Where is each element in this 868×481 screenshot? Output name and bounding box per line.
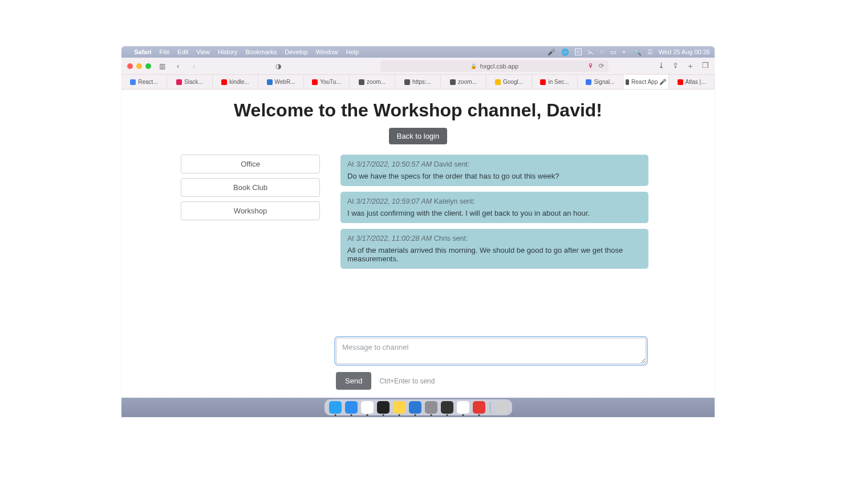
favicon-icon xyxy=(404,79,410,85)
channel-button[interactable]: Book Club xyxy=(181,178,320,197)
tab-item[interactable]: https:... xyxy=(395,75,441,89)
dock-app-safari[interactable] xyxy=(345,401,358,414)
menu-bookmarks[interactable]: Bookmarks xyxy=(245,48,277,55)
message-card: At 3/17/2022, 10:50:57 AM David sent:Do … xyxy=(340,155,648,186)
menubar-clock[interactable]: Wed 25 Aug 00:26 xyxy=(659,48,710,55)
spotlight-icon[interactable]: 🔍 xyxy=(634,48,642,56)
share-icon[interactable]: ⇪ xyxy=(672,61,679,71)
dock xyxy=(325,399,512,415)
menu-file[interactable]: File xyxy=(160,48,170,55)
menu-develop[interactable]: Develop xyxy=(285,48,307,55)
menu-edit[interactable]: Edit xyxy=(177,48,188,55)
tab-item[interactable]: kindle... xyxy=(213,75,258,89)
tab-item[interactable]: React... xyxy=(121,75,167,89)
zoom-window-button[interactable] xyxy=(145,63,151,69)
channel-button[interactable]: Workshop xyxy=(181,201,320,220)
address-text: hxgcl.csb.app xyxy=(480,63,518,70)
menubar-app-name[interactable]: Safari xyxy=(134,48,152,55)
tab-item[interactable]: YouTu... xyxy=(304,75,350,89)
page-content: Welcome to the Workshop channel, David! … xyxy=(121,90,715,398)
dock-app-settings[interactable] xyxy=(425,401,437,414)
message-meta: At 3/17/2022, 10:59:07 AM Katelyn sent: xyxy=(347,197,642,205)
tab-item[interactable]: WebR... xyxy=(258,75,304,89)
channel-button[interactable]: Office xyxy=(181,155,320,173)
tab-mic-icon[interactable]: 🎙 xyxy=(588,63,594,69)
reload-icon[interactable]: ⟳ xyxy=(599,62,604,70)
control-center-icon[interactable]: ☰ xyxy=(647,48,653,56)
message-input[interactable] xyxy=(336,338,646,364)
close-window-button[interactable] xyxy=(127,63,133,69)
message-meta: At 3/17/2022, 11:00:28 AM Chris sent: xyxy=(347,235,642,242)
compose-area: Send Ctrl+Enter to send xyxy=(336,338,646,390)
forward-nav-button[interactable]: › xyxy=(189,61,199,71)
new-tab-icon[interactable]: ＋ xyxy=(687,61,694,71)
menu-help[interactable]: Help xyxy=(346,48,359,55)
minimize-window-button[interactable] xyxy=(136,63,142,69)
dock-app-vscode[interactable] xyxy=(409,401,421,414)
globe-menu-icon[interactable]: 🌐 xyxy=(561,48,569,56)
favicon-icon xyxy=(312,79,318,85)
dock-app-finder[interactable] xyxy=(329,401,342,414)
menu-window[interactable]: Window xyxy=(316,48,338,55)
page-title: Welcome to the Workshop channel, David! xyxy=(121,100,715,121)
downloads-icon[interactable]: ⤓ xyxy=(658,61,664,71)
tab-label: zoom... xyxy=(458,79,477,85)
message-list: At 3/17/2022, 10:50:57 AM David sent:Do … xyxy=(340,155,648,269)
wifi-menu-icon[interactable]: ᯤ xyxy=(622,48,628,55)
favicon-icon xyxy=(540,79,546,85)
send-button[interactable]: Send xyxy=(336,372,371,390)
tab-label: React App 🎤 xyxy=(631,79,666,85)
tab-item[interactable]: Signal... xyxy=(578,75,623,89)
tab-item[interactable]: in Sec... xyxy=(532,75,578,89)
back-nav-button[interactable]: ‹ xyxy=(173,61,183,71)
channel-list: OfficeBook ClubWorkshop xyxy=(181,155,320,220)
tab-item[interactable]: Slack... xyxy=(167,75,213,89)
message-sender: Katelyn sent: xyxy=(432,197,475,205)
macos-menubar: Safari File Edit View History Bookmarks … xyxy=(121,46,715,58)
privacy-shield-icon[interactable]: ◑ xyxy=(273,61,283,71)
safari-toolbar: ▥ ‹ › ◑ 🔒 hxgcl.csb.app 🎙 ⟳ ⤓ ⇪ ＋ ❐ xyxy=(121,58,715,75)
favicon-icon xyxy=(130,79,136,85)
dock-separator xyxy=(490,402,490,413)
favicon-icon xyxy=(586,79,591,85)
tab-item[interactable]: zoom... xyxy=(441,75,486,89)
display-menu-icon[interactable]: ⁙ xyxy=(599,48,605,56)
message-body: All of the materials arrived this mornin… xyxy=(347,246,642,263)
menu-history[interactable]: History xyxy=(218,48,237,55)
message-card: At 3/17/2022, 10:59:07 AM Katelyn sent:I… xyxy=(340,192,648,223)
tab-item[interactable]: Googl... xyxy=(486,75,532,89)
favicon-icon xyxy=(626,79,629,85)
message-timestamp: 3/17/2022, 10:50:57 AM xyxy=(356,160,432,168)
tab-label: Slack... xyxy=(184,79,203,85)
tab-label: YouTu... xyxy=(320,79,341,85)
dock-app-notes[interactable] xyxy=(393,401,405,414)
dock-app-textedit[interactable] xyxy=(457,401,469,414)
menu-view[interactable]: View xyxy=(196,48,210,55)
address-bar[interactable]: 🔒 hxgcl.csb.app 🎙 ⟳ xyxy=(380,60,609,72)
input-menu-icon[interactable]: A xyxy=(575,48,582,55)
safari-window: Safari File Edit View History Bookmarks … xyxy=(121,46,715,417)
tab-bar: React...Slack...kindle...WebR...YouTu...… xyxy=(121,75,715,90)
dock-app-trash[interactable] xyxy=(495,401,508,414)
tab-item[interactable]: zoom... xyxy=(350,75,395,89)
tab-label: Atlas |... xyxy=(686,79,706,85)
tab-label: WebR... xyxy=(275,79,295,85)
dock-app-obs[interactable] xyxy=(441,401,453,414)
mic-menu-icon[interactable]: 🎤 xyxy=(547,48,555,56)
tab-item[interactable]: React App 🎤 xyxy=(623,75,669,89)
dock-app-photobooth[interactable] xyxy=(473,401,485,414)
tab-label: kindle... xyxy=(229,79,249,85)
battery-menu-icon[interactable]: ▭ xyxy=(610,48,616,56)
favicon-icon xyxy=(359,79,364,85)
dock-app-chrome[interactable] xyxy=(361,401,374,414)
favicon-icon xyxy=(678,79,683,85)
tab-item[interactable]: Atlas |... xyxy=(669,75,715,89)
tab-overview-icon[interactable]: ❐ xyxy=(702,61,709,71)
message-body: Do we have the specs for the order that … xyxy=(347,172,642,180)
message-body: I was just confirming with the client. I… xyxy=(347,209,642,217)
message-card: At 3/17/2022, 11:00:28 AM Chris sent:All… xyxy=(340,229,648,269)
sidebar-toggle-icon[interactable]: ▥ xyxy=(157,61,167,71)
back-to-login-button[interactable]: Back to login xyxy=(389,128,447,144)
bluetooth-menu-icon[interactable]: ⋋ xyxy=(587,48,594,56)
dock-app-terminal[interactable] xyxy=(377,401,390,414)
